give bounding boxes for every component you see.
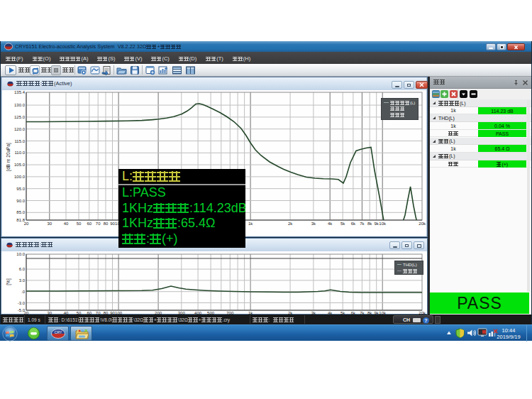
svg-text:3.0: 3.0 bbox=[19, 278, 26, 283]
svg-text:110.0: 110.0 bbox=[14, 151, 25, 155]
svg-text:95.0: 95.0 bbox=[16, 187, 25, 191]
svg-text:115.0: 115.0 bbox=[14, 139, 25, 143]
svg-text:100.0: 100.0 bbox=[14, 175, 26, 179]
svg-text:40: 40 bbox=[64, 222, 69, 226]
svg-text:80: 80 bbox=[104, 222, 109, 226]
svg-text:120.0: 120.0 bbox=[14, 127, 26, 131]
svg-text:70: 70 bbox=[96, 222, 101, 226]
svg-text:2k: 2k bbox=[288, 222, 293, 226]
svg-text:-3.0: -3.0 bbox=[18, 301, 26, 305]
svg-text:6k: 6k bbox=[351, 222, 356, 226]
svg-text:7k: 7k bbox=[360, 222, 365, 226]
svg-text:130.0: 130.0 bbox=[14, 103, 26, 107]
svg-text:50: 50 bbox=[77, 222, 82, 226]
svg-text:20: 20 bbox=[24, 222, 29, 226]
svg-text:135.4: 135.4 bbox=[14, 90, 26, 94]
svg-text:125.0: 125.0 bbox=[14, 115, 26, 119]
svg-text:105.0: 105.0 bbox=[14, 163, 26, 167]
svg-text:1k: 1k bbox=[248, 222, 253, 226]
svg-text:60: 60 bbox=[87, 222, 92, 226]
svg-text:10.0: 10.0 bbox=[16, 252, 25, 256]
svg-text:10k: 10k bbox=[379, 222, 387, 226]
svg-text:4k: 4k bbox=[328, 222, 333, 226]
svg-text:3k: 3k bbox=[311, 222, 316, 226]
svg-text:20k: 20k bbox=[419, 222, 426, 226]
svg-text:.0: .0 bbox=[21, 290, 26, 294]
svg-text:6.0: 6.0 bbox=[19, 267, 26, 271]
svg-text:CRY: CRY bbox=[55, 330, 62, 334]
svg-text:85.0: 85.0 bbox=[16, 210, 25, 214]
svg-text:5k: 5k bbox=[340, 222, 345, 226]
svg-text:90.0: 90.0 bbox=[16, 199, 25, 203]
svg-text:8k: 8k bbox=[367, 222, 372, 226]
svg-text:[dB re 20uPa]: [dB re 20uPa] bbox=[6, 143, 11, 171]
svg-text:[%]: [%] bbox=[6, 278, 11, 285]
svg-text:30: 30 bbox=[47, 222, 52, 226]
